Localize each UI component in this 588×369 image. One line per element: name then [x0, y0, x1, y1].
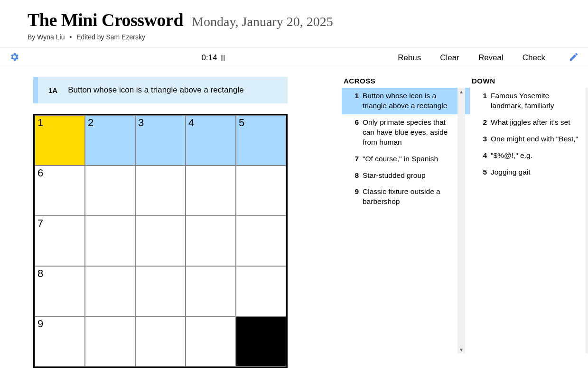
- clear-button[interactable]: Clear: [440, 53, 459, 63]
- scroll-down-icon[interactable]: ▼: [586, 346, 588, 353]
- clue-item[interactable]: 7"Of course," in Spanish: [342, 151, 457, 167]
- grid-cell[interactable]: 1: [35, 115, 85, 166]
- clue-text: "$%@!," e.g.: [491, 151, 581, 161]
- cell-number: 6: [37, 167, 43, 179]
- clue-item[interactable]: 8Star-studded group: [342, 167, 457, 184]
- grid-cell[interactable]: [135, 316, 186, 367]
- cell-number: 1: [37, 117, 43, 129]
- cell-number: 8: [37, 268, 43, 280]
- active-clue-text: Button whose icon is a triangle above a …: [68, 85, 243, 95]
- grid-cell[interactable]: [135, 216, 186, 266]
- clue-number: 5: [470, 167, 487, 177]
- clue-text: Star-studded group: [363, 171, 453, 181]
- clue-text: What jiggles after it's set: [491, 118, 581, 128]
- clue-text: One might end with "Best,": [491, 134, 581, 144]
- clue-item[interactable]: 9Classic fixture outside a barbershop: [342, 184, 457, 210]
- clue-text: Jogging gait: [491, 167, 581, 177]
- cell-number: 7: [37, 217, 43, 230]
- grid-cell[interactable]: [186, 166, 236, 216]
- clue-item[interactable]: 5Jogging gait: [470, 164, 586, 181]
- grid-cell[interactable]: [186, 316, 236, 367]
- settings-icon[interactable]: [9, 52, 19, 64]
- cell-number: 9: [37, 318, 43, 330]
- grid-cell[interactable]: 9: [35, 316, 85, 367]
- clue-number: 1: [470, 91, 487, 111]
- grid-cell[interactable]: [135, 266, 186, 316]
- active-clue-label: 1A: [48, 86, 57, 94]
- timer: 0:14: [202, 53, 217, 63]
- rebus-button[interactable]: Rebus: [398, 53, 421, 63]
- across-heading: ACROSS: [342, 77, 465, 88]
- author: Wyna Liu: [37, 33, 65, 41]
- clue-text: Button whose icon is a triangle above a …: [363, 91, 453, 111]
- grid-cell[interactable]: [85, 166, 135, 216]
- active-clue-banner[interactable]: 1A Button whose icon is a triangle above…: [33, 77, 288, 103]
- across-list[interactable]: ▲ ▼ 1Button whose icon is a triangle abo…: [342, 88, 465, 353]
- grid-cell[interactable]: [186, 266, 236, 316]
- clue-item[interactable]: 1Famous Yosemite landmark, familiarly: [465, 88, 586, 114]
- grid-cell[interactable]: 8: [35, 266, 85, 316]
- clue-item[interactable]: 4"$%@!," e.g.: [470, 148, 586, 164]
- puzzle-date: Monday, January 20, 2025: [192, 14, 333, 29]
- clue-text: "Of course," in Spanish: [363, 154, 453, 164]
- clue-item[interactable]: 1Button whose icon is a triangle above a…: [342, 88, 457, 114]
- clue-number: 3: [470, 134, 487, 144]
- cell-number: 2: [88, 117, 93, 129]
- byline: By Wyna Liu • Edited by Sam Ezersky: [28, 33, 588, 41]
- cell-number: 3: [138, 117, 144, 129]
- clue-number: 1: [342, 91, 359, 111]
- down-list[interactable]: ▲ ▼ 1Famous Yosemite landmark, familiarl…: [470, 88, 588, 353]
- cell-number: 4: [188, 117, 194, 129]
- main: 1A Button whose icon is a triangle above…: [0, 68, 588, 368]
- clue-item[interactable]: 3One might end with "Best,": [470, 131, 586, 148]
- scroll-up-icon[interactable]: ▲: [457, 88, 465, 95]
- grid-cell[interactable]: [85, 316, 135, 367]
- clue-item[interactable]: 2What jiggles after it's set: [470, 114, 586, 131]
- clue-number: 6: [342, 118, 359, 148]
- down-heading: DOWN: [470, 77, 588, 88]
- toolbar: 0:14 Rebus Clear Reveal Check: [0, 47, 588, 68]
- crossword-grid[interactable]: 123456789: [33, 114, 288, 368]
- grid-cell[interactable]: [135, 166, 186, 216]
- clue-text: Only primate species that can have blue …: [363, 118, 453, 148]
- clue-text: Famous Yosemite landmark, familiarly: [491, 91, 581, 111]
- clue-number: 9: [342, 187, 359, 207]
- grid-cell[interactable]: [85, 216, 135, 266]
- grid-cell[interactable]: 5: [236, 115, 286, 166]
- grid-cell: [236, 316, 286, 367]
- clue-number: 8: [342, 171, 359, 181]
- grid-cell[interactable]: 4: [186, 115, 236, 166]
- check-button[interactable]: Check: [523, 53, 545, 63]
- editor: Sam Ezersky: [106, 33, 145, 41]
- grid-cell[interactable]: 3: [135, 115, 186, 166]
- grid-cell[interactable]: [236, 166, 286, 216]
- clue-number: 7: [342, 154, 359, 164]
- grid-cell[interactable]: 7: [35, 216, 85, 266]
- grid-cell[interactable]: 2: [85, 115, 135, 166]
- page-title: The Mini Crossword: [28, 9, 183, 30]
- clue-item[interactable]: 6Only primate species that can have blue…: [342, 114, 457, 151]
- grid-cell[interactable]: [186, 216, 236, 266]
- grid-cell[interactable]: [236, 216, 286, 266]
- cell-number: 5: [239, 117, 244, 129]
- grid-cell[interactable]: [85, 266, 135, 316]
- pause-icon[interactable]: [221, 55, 225, 61]
- header: The Mini Crossword Monday, January 20, 2…: [0, 0, 588, 47]
- grid-cell[interactable]: 6: [35, 166, 85, 216]
- clue-number: 4: [470, 151, 487, 161]
- pencil-icon[interactable]: [569, 52, 579, 64]
- grid-cell[interactable]: [236, 266, 286, 316]
- clue-text: Classic fixture outside a barbershop: [363, 187, 453, 207]
- scroll-up-icon[interactable]: ▲: [586, 88, 588, 95]
- reveal-button[interactable]: Reveal: [478, 53, 504, 63]
- scroll-down-icon[interactable]: ▼: [457, 346, 465, 353]
- clue-number: 2: [470, 118, 487, 128]
